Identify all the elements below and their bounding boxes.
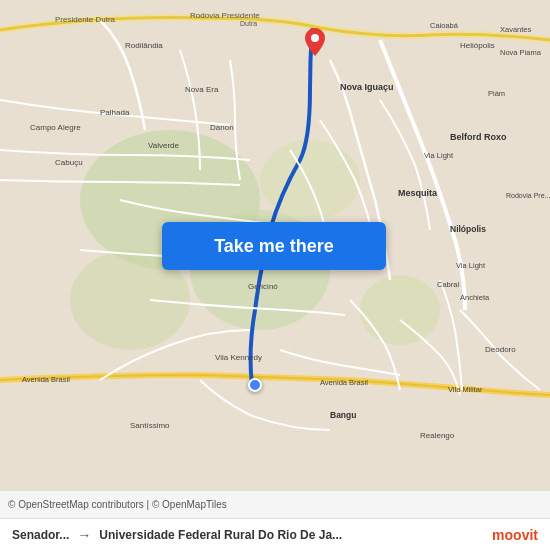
svg-text:Via Light: Via Light — [456, 261, 486, 270]
origin-label: Senador... — [12, 528, 69, 542]
svg-text:Presidente Dutra: Presidente Dutra — [55, 15, 116, 24]
svg-text:Caioabá: Caioabá — [430, 21, 459, 30]
svg-text:Belford Roxo: Belford Roxo — [450, 132, 507, 142]
take-me-there-button[interactable]: Take me there — [162, 222, 386, 270]
svg-text:Nova Iguaçu: Nova Iguaçu — [340, 82, 394, 92]
svg-text:Palhada: Palhada — [100, 108, 130, 117]
moovit-logo: moovit — [492, 527, 538, 543]
svg-text:Deodoro: Deodoro — [485, 345, 516, 354]
svg-text:Xavantes: Xavantes — [500, 25, 532, 34]
svg-point-39 — [311, 34, 319, 42]
destination-pin — [305, 28, 325, 48]
svg-text:Cabral: Cabral — [437, 280, 459, 289]
direction-arrow: → — [77, 527, 91, 543]
svg-text:Nova Era: Nova Era — [185, 85, 219, 94]
map-container: Presidente Dutra Rodovia Presidente Dutr… — [0, 0, 550, 490]
destination-label: Universidade Federal Rural Do Rio De Ja.… — [99, 528, 342, 542]
svg-text:Vila Kennedy: Vila Kennedy — [215, 353, 262, 362]
svg-text:Cabuçu: Cabuçu — [55, 158, 83, 167]
svg-text:Via Light: Via Light — [424, 151, 454, 160]
svg-text:Anchieta: Anchieta — [460, 293, 490, 302]
attribution-bar: © OpenStreetMap contributors | © OpenMap… — [0, 490, 550, 518]
svg-text:Danon: Danon — [210, 123, 234, 132]
svg-text:Santíssimo: Santíssimo — [130, 421, 170, 430]
origin-pin — [248, 378, 262, 392]
svg-text:Piám: Piám — [488, 89, 505, 98]
svg-text:Bangu: Bangu — [330, 410, 356, 420]
svg-point-3 — [260, 140, 360, 220]
svg-text:Rodilândia: Rodilândia — [125, 41, 163, 50]
svg-text:Vila Militar: Vila Militar — [448, 385, 483, 394]
svg-text:Nova Piama: Nova Piama — [500, 48, 542, 57]
svg-text:Valverde: Valverde — [148, 141, 180, 150]
svg-text:Heliópolis: Heliópolis — [460, 41, 495, 50]
svg-text:Gericinó: Gericinó — [248, 282, 278, 291]
svg-text:Avenida Brasil: Avenida Brasil — [320, 378, 368, 387]
svg-text:Mesquita: Mesquita — [398, 188, 438, 198]
svg-text:Campo Alegre: Campo Alegre — [30, 123, 81, 132]
svg-text:Nilópolis: Nilópolis — [450, 224, 486, 234]
bottom-bar: Senador... → Universidade Federal Rural … — [0, 518, 550, 550]
svg-text:Avenida Brasil: Avenida Brasil — [22, 375, 70, 384]
svg-text:Dutra: Dutra — [240, 20, 257, 27]
svg-text:Rodovia Presidente: Rodovia Presidente — [190, 11, 260, 20]
svg-text:Rodovia Pre...: Rodovia Pre... — [506, 192, 550, 199]
svg-text:Realengo: Realengo — [420, 431, 455, 440]
attribution-text: © OpenStreetMap contributors | © OpenMap… — [8, 499, 542, 510]
svg-point-5 — [360, 275, 440, 345]
